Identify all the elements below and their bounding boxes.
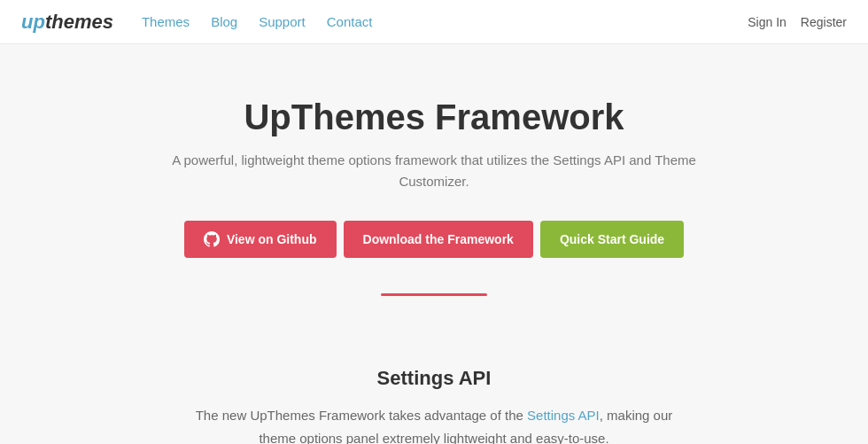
settings-api-section: Settings API The new UpThemes Framework …	[0, 367, 868, 444]
github-button-label: View on Github	[227, 232, 317, 246]
nav-right: Sign In Register	[748, 15, 847, 29]
hero-title: UpThemes Framework	[35, 97, 833, 137]
hero-divider	[381, 293, 487, 296]
navbar: upthemes Themes Blog Support Contact Sig…	[0, 0, 868, 44]
quick-start-guide-button[interactable]: Quick Start Guide	[540, 221, 684, 258]
nav-contact[interactable]: Contact	[327, 14, 373, 29]
sign-in-link[interactable]: Sign In	[748, 15, 787, 29]
logo-up: up	[21, 11, 45, 34]
guide-button-label: Quick Start Guide	[560, 232, 664, 246]
register-link[interactable]: Register	[801, 15, 847, 29]
logo[interactable]: upthemes	[21, 11, 113, 34]
settings-api-description: The new UpThemes Framework takes advanta…	[177, 404, 691, 444]
nav-blog[interactable]: Blog	[211, 14, 237, 29]
settings-api-title: Settings API	[35, 367, 833, 390]
github-icon	[204, 231, 220, 247]
download-button-label: Download the Framework	[363, 232, 514, 246]
button-group: View on Github Download the Framework Qu…	[35, 221, 833, 258]
nav-themes[interactable]: Themes	[142, 14, 190, 29]
view-github-button[interactable]: View on Github	[184, 221, 337, 258]
hero-section: UpThemes Framework A powerful, lightweig…	[0, 44, 868, 367]
nav-links: Themes Blog Support Contact	[142, 14, 748, 29]
hero-subtitle: A powerful, lightweight theme options fr…	[168, 150, 700, 192]
nav-support[interactable]: Support	[259, 14, 306, 29]
logo-themes: themes	[45, 11, 113, 34]
settings-api-link[interactable]: Settings API	[527, 408, 600, 423]
download-framework-button[interactable]: Download the Framework	[344, 221, 533, 258]
